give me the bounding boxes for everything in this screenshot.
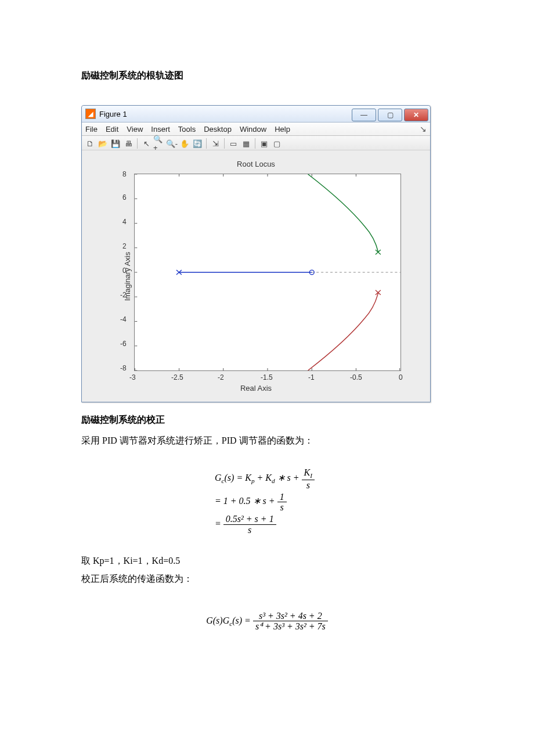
menu-desktop[interactable]: Desktop: [204, 125, 232, 134]
open-file-icon[interactable]: 📂: [97, 138, 109, 149]
ytick: 6: [122, 193, 127, 201]
para-pid-params: 取 Kp=1，Ki=1，Kd=0.5: [81, 552, 453, 570]
xtick: 0: [399, 373, 403, 381]
menubar: File Edit View Insert Tools Desktop Wind…: [82, 123, 430, 136]
close-button[interactable]: ✕: [404, 109, 428, 121]
plot-area: Root Locus Imaginary Axis Real Axis 8 6 …: [82, 150, 430, 402]
colorbar-icon[interactable]: ▭: [228, 138, 239, 149]
equation-ggc: G(s)Gc(s) = s³ + 3s² + 4s + 2s⁴ + 3s³ + …: [81, 611, 453, 632]
heading-root-locus: 励磁控制系统的根轨迹图: [81, 70, 453, 82]
para-pid-intro: 采用 PID 调节器对系统进行矫正，PID 调节器的函数为：: [81, 432, 453, 449]
xtick: -0.5: [350, 373, 362, 381]
window-titlebar[interactable]: ◢ Figure 1 — ▢ ✕: [82, 106, 430, 123]
zoom-out-icon[interactable]: 🔍-: [166, 138, 178, 149]
heading-correction: 励磁控制系统的校正: [81, 414, 453, 426]
menu-help[interactable]: Help: [275, 125, 290, 134]
xtick: -2.5: [171, 373, 183, 381]
menu-window[interactable]: Window: [240, 125, 266, 134]
xtick: -2: [218, 373, 224, 381]
hide-plot-tools-icon[interactable]: ▣: [258, 138, 270, 149]
branch-lower: [308, 293, 378, 370]
pan-icon[interactable]: ✋: [179, 138, 190, 149]
plot-title: Root Locus: [82, 160, 430, 168]
toolbar: 🗋 📂 💾 🖶 ↖ 🔍+ 🔍- ✋ 🔄 ⇲ ▭ ▦ ▣ ▢: [82, 136, 430, 152]
xtick: -1: [308, 373, 315, 381]
ytick: 4: [122, 218, 127, 226]
window-title: Figure 1: [99, 110, 127, 118]
menu-edit[interactable]: Edit: [106, 125, 118, 134]
branch-upper: [308, 174, 378, 252]
toolbar-separator: [206, 138, 207, 149]
rotate3d-icon[interactable]: 🔄: [192, 138, 203, 149]
maximize-button[interactable]: ▢: [378, 109, 402, 121]
data-cursor-icon[interactable]: ⇲: [210, 138, 221, 149]
ytick: -4: [120, 315, 127, 323]
matlab-icon: ◢: [85, 109, 96, 119]
ytick: 0: [122, 267, 127, 275]
menu-file[interactable]: File: [85, 125, 98, 134]
equation-gc: Gc(s) = Kp + Kd ∗ s + KIs = 1 + 0.5 ∗ s …: [215, 467, 453, 535]
toolbar-separator: [137, 138, 138, 149]
toolbar-separator: [255, 138, 255, 149]
ytick: -2: [120, 291, 127, 299]
pointer-icon[interactable]: ↖: [140, 138, 152, 149]
dock-icon[interactable]: ↘: [420, 124, 427, 134]
ytick: -8: [120, 364, 127, 372]
minimize-button[interactable]: —: [352, 109, 376, 121]
legend-icon[interactable]: ▦: [240, 138, 252, 149]
ytick: 2: [122, 242, 127, 250]
root-locus-plot: [135, 174, 400, 370]
menu-tools[interactable]: Tools: [178, 125, 196, 134]
xtick: -1.5: [261, 373, 273, 381]
ytick: 8: [122, 170, 127, 178]
axes[interactable]: [134, 174, 401, 371]
para-corrected-tf: 校正后系统的传递函数为：: [81, 570, 453, 588]
show-plot-tools-icon[interactable]: ▢: [271, 138, 283, 149]
print-icon[interactable]: 🖶: [122, 138, 134, 149]
matlab-figure-window: ◢ Figure 1 — ▢ ✕ File Edit View Insert T…: [81, 105, 431, 402]
zoom-in-icon[interactable]: 🔍+: [153, 138, 165, 149]
xtick: -3: [129, 373, 136, 381]
toolbar-separator: [224, 138, 225, 149]
ytick: -6: [120, 340, 127, 348]
menu-view[interactable]: View: [127, 125, 143, 134]
x-axis-label: Real Axis: [82, 384, 430, 393]
save-icon[interactable]: 💾: [110, 138, 121, 149]
new-figure-icon[interactable]: 🗋: [84, 138, 96, 149]
menu-insert[interactable]: Insert: [151, 125, 170, 134]
